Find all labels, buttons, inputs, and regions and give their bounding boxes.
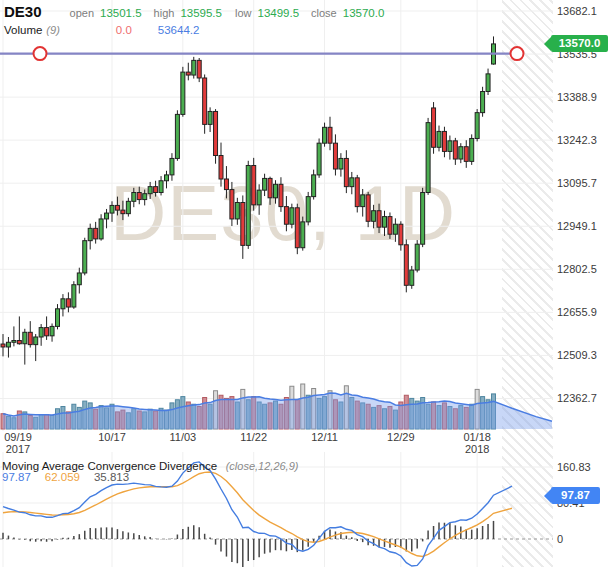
candlestick-series bbox=[1, 36, 496, 364]
date-tick-label: 11/03 bbox=[165, 431, 201, 443]
price-tick-label: 13095.7 bbox=[557, 177, 597, 189]
close-value: 13570.0 bbox=[343, 7, 385, 19]
last-price-badge: 13570.0 bbox=[551, 35, 608, 52]
price-tick-label: 13242.3 bbox=[557, 134, 597, 146]
volume-value-1: 0.0 bbox=[116, 24, 132, 36]
price-tick-label: 12949.1 bbox=[557, 220, 597, 232]
price-tick-label: 12655.9 bbox=[557, 306, 597, 318]
price-tick-label: 13388.9 bbox=[557, 91, 597, 103]
date-tick-label: 12/29 bbox=[383, 431, 419, 443]
date-tick-year: 2018 bbox=[459, 443, 495, 455]
alert-line-handle-right[interactable] bbox=[511, 47, 524, 60]
low-value: 13499.5 bbox=[257, 7, 299, 19]
macd-signal-value: 62.059 bbox=[45, 471, 80, 483]
macd-histogram-value: 35.813 bbox=[94, 471, 129, 483]
alert-line-handle-left[interactable] bbox=[34, 47, 47, 60]
volume-indicator-params: (9) bbox=[46, 24, 59, 36]
high-value: 13595.5 bbox=[180, 7, 222, 19]
date-tick-label: 09/19 bbox=[0, 431, 36, 443]
macd-line-value: 97.87 bbox=[2, 471, 31, 483]
date-tick-label: 11/22 bbox=[236, 431, 272, 443]
date-tick-label: 12/11 bbox=[307, 431, 343, 443]
macd-tick-label: 0 bbox=[557, 533, 563, 545]
price-tick-label: 12802.5 bbox=[557, 263, 597, 275]
symbol-name[interactable]: DE30 bbox=[4, 3, 42, 20]
price-tick-label: 12362.7 bbox=[557, 392, 597, 404]
ohlc-legend: DE30 open 13501.5 high 13595.5 low 13499… bbox=[4, 3, 384, 20]
macd-indicator-params: (close,12,26,9) bbox=[226, 460, 299, 472]
price-tick-label: 13682.1 bbox=[557, 5, 597, 17]
open-value: 13501.5 bbox=[100, 7, 142, 19]
high-label: high bbox=[154, 7, 175, 19]
macd-values: 97.87 62.059 35.813 bbox=[2, 471, 129, 483]
close-label: close bbox=[311, 7, 337, 19]
open-label: open bbox=[70, 7, 94, 19]
date-tick-label: 10/17 bbox=[94, 431, 130, 443]
low-label: low bbox=[235, 7, 252, 19]
volume-indicator-name[interactable]: Volume bbox=[4, 24, 42, 36]
volume-legend[interactable]: Volume (9) 0.0 53644.2 bbox=[4, 24, 199, 36]
chart-window: DE30, 1D DE30 open 13501.5 high 13595.5 … bbox=[0, 0, 610, 567]
date-tick-label: 01/18 bbox=[459, 431, 495, 443]
macd-signal-line bbox=[3, 472, 512, 557]
macd-tick-label: 160.83 bbox=[557, 461, 591, 473]
price-tick-label: 12509.3 bbox=[557, 349, 597, 361]
macd-value-badge: 97.87 bbox=[551, 487, 600, 504]
volume-ma-value: 53644.2 bbox=[158, 24, 200, 36]
date-tick-year: 2017 bbox=[0, 443, 36, 455]
